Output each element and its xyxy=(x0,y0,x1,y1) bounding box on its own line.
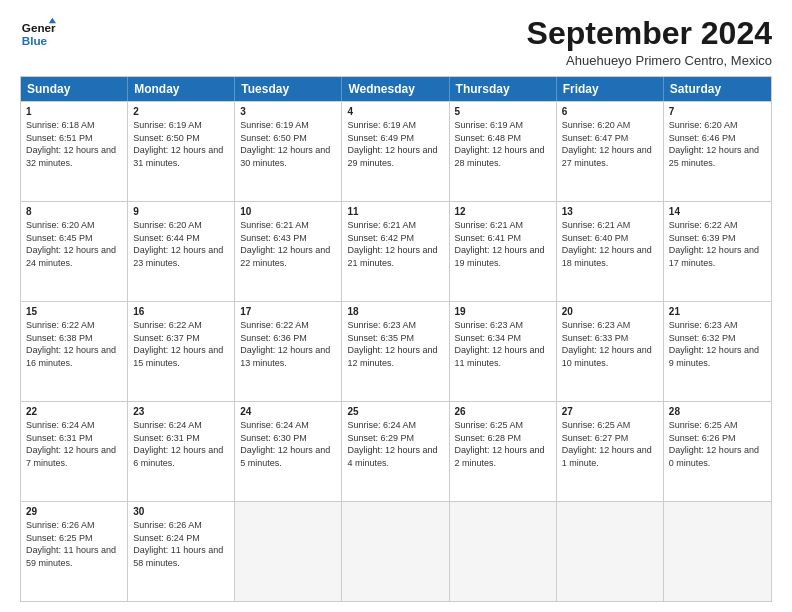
day-number: 12 xyxy=(455,206,551,217)
day-number: 26 xyxy=(455,406,551,417)
day-number: 19 xyxy=(455,306,551,317)
calendar-cell: 4Sunrise: 6:19 AMSunset: 6:49 PMDaylight… xyxy=(342,102,449,201)
calendar-cell: 3Sunrise: 6:19 AMSunset: 6:50 PMDaylight… xyxy=(235,102,342,201)
cell-info: Sunrise: 6:23 AMSunset: 6:35 PMDaylight:… xyxy=(347,320,437,368)
cell-info: Sunrise: 6:20 AMSunset: 6:46 PMDaylight:… xyxy=(669,120,759,168)
calendar-cell: 10Sunrise: 6:21 AMSunset: 6:43 PMDayligh… xyxy=(235,202,342,301)
calendar-cell xyxy=(557,502,664,601)
day-number: 28 xyxy=(669,406,766,417)
day-number: 17 xyxy=(240,306,336,317)
cell-info: Sunrise: 6:22 AMSunset: 6:37 PMDaylight:… xyxy=(133,320,223,368)
day-number: 25 xyxy=(347,406,443,417)
calendar-cell: 20Sunrise: 6:23 AMSunset: 6:33 PMDayligh… xyxy=(557,302,664,401)
title-block: September 2024 Ahuehueyo Primero Centro,… xyxy=(527,16,772,68)
calendar-cell: 12Sunrise: 6:21 AMSunset: 6:41 PMDayligh… xyxy=(450,202,557,301)
day-number: 14 xyxy=(669,206,766,217)
day-number: 29 xyxy=(26,506,122,517)
calendar-cell: 24Sunrise: 6:24 AMSunset: 6:30 PMDayligh… xyxy=(235,402,342,501)
calendar-cell: 22Sunrise: 6:24 AMSunset: 6:31 PMDayligh… xyxy=(21,402,128,501)
calendar-cell: 6Sunrise: 6:20 AMSunset: 6:47 PMDaylight… xyxy=(557,102,664,201)
header-friday: Friday xyxy=(557,77,664,101)
cell-info: Sunrise: 6:19 AMSunset: 6:48 PMDaylight:… xyxy=(455,120,545,168)
day-number: 5 xyxy=(455,106,551,117)
cell-info: Sunrise: 6:19 AMSunset: 6:50 PMDaylight:… xyxy=(133,120,223,168)
cell-info: Sunrise: 6:24 AMSunset: 6:31 PMDaylight:… xyxy=(133,420,223,468)
cell-info: Sunrise: 6:21 AMSunset: 6:40 PMDaylight:… xyxy=(562,220,652,268)
calendar-cell: 17Sunrise: 6:22 AMSunset: 6:36 PMDayligh… xyxy=(235,302,342,401)
calendar-cell: 19Sunrise: 6:23 AMSunset: 6:34 PMDayligh… xyxy=(450,302,557,401)
day-number: 11 xyxy=(347,206,443,217)
day-number: 22 xyxy=(26,406,122,417)
cell-info: Sunrise: 6:22 AMSunset: 6:36 PMDaylight:… xyxy=(240,320,330,368)
cell-info: Sunrise: 6:24 AMSunset: 6:31 PMDaylight:… xyxy=(26,420,116,468)
cell-info: Sunrise: 6:19 AMSunset: 6:50 PMDaylight:… xyxy=(240,120,330,168)
calendar-cell: 7Sunrise: 6:20 AMSunset: 6:46 PMDaylight… xyxy=(664,102,771,201)
calendar-cell: 25Sunrise: 6:24 AMSunset: 6:29 PMDayligh… xyxy=(342,402,449,501)
calendar-cell: 5Sunrise: 6:19 AMSunset: 6:48 PMDaylight… xyxy=(450,102,557,201)
calendar: Sunday Monday Tuesday Wednesday Thursday… xyxy=(20,76,772,602)
day-number: 2 xyxy=(133,106,229,117)
calendar-cell: 14Sunrise: 6:22 AMSunset: 6:39 PMDayligh… xyxy=(664,202,771,301)
calendar-header: Sunday Monday Tuesday Wednesday Thursday… xyxy=(21,77,771,101)
calendar-cell: 28Sunrise: 6:25 AMSunset: 6:26 PMDayligh… xyxy=(664,402,771,501)
day-number: 21 xyxy=(669,306,766,317)
cell-info: Sunrise: 6:20 AMSunset: 6:44 PMDaylight:… xyxy=(133,220,223,268)
calendar-cell: 1Sunrise: 6:18 AMSunset: 6:51 PMDaylight… xyxy=(21,102,128,201)
calendar-cell: 13Sunrise: 6:21 AMSunset: 6:40 PMDayligh… xyxy=(557,202,664,301)
day-number: 3 xyxy=(240,106,336,117)
calendar-cell: 21Sunrise: 6:23 AMSunset: 6:32 PMDayligh… xyxy=(664,302,771,401)
cell-info: Sunrise: 6:20 AMSunset: 6:45 PMDaylight:… xyxy=(26,220,116,268)
header-wednesday: Wednesday xyxy=(342,77,449,101)
calendar-row-0: 1Sunrise: 6:18 AMSunset: 6:51 PMDaylight… xyxy=(21,101,771,201)
calendar-cell xyxy=(664,502,771,601)
cell-info: Sunrise: 6:21 AMSunset: 6:42 PMDaylight:… xyxy=(347,220,437,268)
day-number: 10 xyxy=(240,206,336,217)
day-number: 27 xyxy=(562,406,658,417)
day-number: 15 xyxy=(26,306,122,317)
calendar-cell: 16Sunrise: 6:22 AMSunset: 6:37 PMDayligh… xyxy=(128,302,235,401)
location: Ahuehueyo Primero Centro, Mexico xyxy=(527,53,772,68)
day-number: 30 xyxy=(133,506,229,517)
day-number: 13 xyxy=(562,206,658,217)
cell-info: Sunrise: 6:25 AMSunset: 6:27 PMDaylight:… xyxy=(562,420,652,468)
day-number: 16 xyxy=(133,306,229,317)
page: General Blue September 2024 Ahuehueyo Pr… xyxy=(0,0,792,612)
day-number: 8 xyxy=(26,206,122,217)
calendar-body: 1Sunrise: 6:18 AMSunset: 6:51 PMDaylight… xyxy=(21,101,771,601)
header-sunday: Sunday xyxy=(21,77,128,101)
cell-info: Sunrise: 6:24 AMSunset: 6:30 PMDaylight:… xyxy=(240,420,330,468)
svg-text:Blue: Blue xyxy=(22,34,48,47)
day-number: 24 xyxy=(240,406,336,417)
cell-info: Sunrise: 6:26 AMSunset: 6:24 PMDaylight:… xyxy=(133,520,223,568)
day-number: 1 xyxy=(26,106,122,117)
cell-info: Sunrise: 6:18 AMSunset: 6:51 PMDaylight:… xyxy=(26,120,116,168)
calendar-row-1: 8Sunrise: 6:20 AMSunset: 6:45 PMDaylight… xyxy=(21,201,771,301)
day-number: 6 xyxy=(562,106,658,117)
calendar-cell: 18Sunrise: 6:23 AMSunset: 6:35 PMDayligh… xyxy=(342,302,449,401)
header: General Blue September 2024 Ahuehueyo Pr… xyxy=(20,16,772,68)
cell-info: Sunrise: 6:25 AMSunset: 6:28 PMDaylight:… xyxy=(455,420,545,468)
calendar-cell: 27Sunrise: 6:25 AMSunset: 6:27 PMDayligh… xyxy=(557,402,664,501)
day-number: 7 xyxy=(669,106,766,117)
header-thursday: Thursday xyxy=(450,77,557,101)
cell-info: Sunrise: 6:24 AMSunset: 6:29 PMDaylight:… xyxy=(347,420,437,468)
cell-info: Sunrise: 6:23 AMSunset: 6:34 PMDaylight:… xyxy=(455,320,545,368)
day-number: 20 xyxy=(562,306,658,317)
header-monday: Monday xyxy=(128,77,235,101)
calendar-cell xyxy=(342,502,449,601)
day-number: 4 xyxy=(347,106,443,117)
calendar-cell: 30Sunrise: 6:26 AMSunset: 6:24 PMDayligh… xyxy=(128,502,235,601)
logo: General Blue xyxy=(20,16,56,52)
calendar-cell xyxy=(450,502,557,601)
calendar-cell xyxy=(235,502,342,601)
cell-info: Sunrise: 6:25 AMSunset: 6:26 PMDaylight:… xyxy=(669,420,759,468)
calendar-row-2: 15Sunrise: 6:22 AMSunset: 6:38 PMDayligh… xyxy=(21,301,771,401)
cell-info: Sunrise: 6:19 AMSunset: 6:49 PMDaylight:… xyxy=(347,120,437,168)
calendar-cell: 23Sunrise: 6:24 AMSunset: 6:31 PMDayligh… xyxy=(128,402,235,501)
cell-info: Sunrise: 6:22 AMSunset: 6:38 PMDaylight:… xyxy=(26,320,116,368)
calendar-cell: 15Sunrise: 6:22 AMSunset: 6:38 PMDayligh… xyxy=(21,302,128,401)
cell-info: Sunrise: 6:23 AMSunset: 6:32 PMDaylight:… xyxy=(669,320,759,368)
calendar-cell: 8Sunrise: 6:20 AMSunset: 6:45 PMDaylight… xyxy=(21,202,128,301)
header-tuesday: Tuesday xyxy=(235,77,342,101)
calendar-row-4: 29Sunrise: 6:26 AMSunset: 6:25 PMDayligh… xyxy=(21,501,771,601)
